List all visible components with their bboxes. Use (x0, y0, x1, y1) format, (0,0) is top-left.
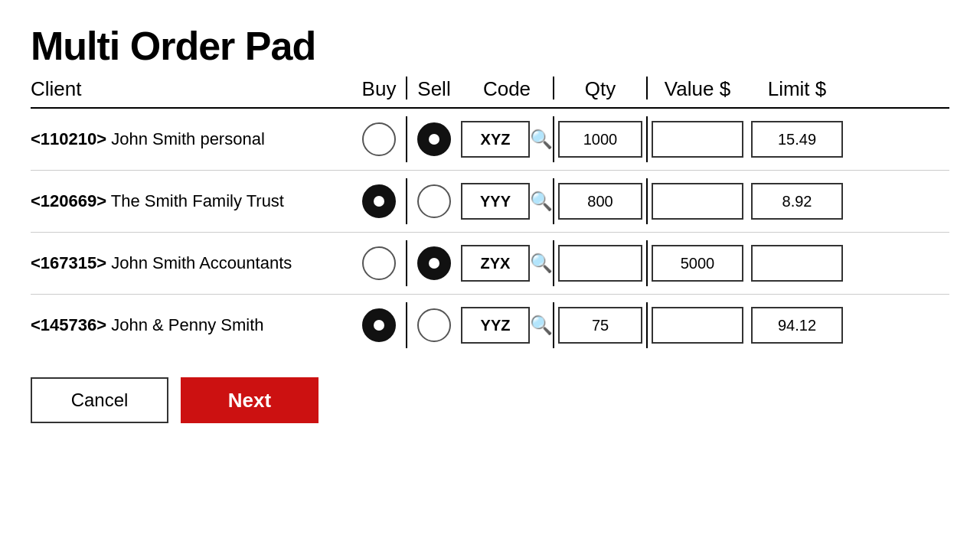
qty-input-1[interactable] (558, 183, 642, 220)
search-icon-cell-3[interactable]: 🔍 (530, 315, 553, 336)
buy-radio-1[interactable] (362, 184, 396, 218)
value-input-2[interactable] (652, 245, 743, 282)
limit-cell-1[interactable] (747, 183, 847, 220)
code-cell-1[interactable] (461, 183, 530, 220)
code-cell-3[interactable] (461, 307, 530, 344)
search-icon-cell-2[interactable]: 🔍 (530, 253, 553, 274)
client-name-3: John & Penny Smith (111, 315, 263, 334)
value-cell-3[interactable] (648, 307, 747, 344)
code-input-0[interactable] (461, 121, 530, 158)
limit-cell-2[interactable] (747, 245, 847, 282)
code-input-3[interactable] (461, 307, 530, 344)
qty-input-3[interactable] (558, 307, 642, 344)
sell-radio-0[interactable] (417, 122, 451, 156)
sell-radio-cell-3[interactable] (407, 308, 461, 342)
sell-radio-3[interactable] (417, 308, 451, 342)
client-name-0: John Smith personal (111, 129, 265, 148)
limit-cell-0[interactable] (747, 121, 847, 158)
qty-cell-1[interactable] (554, 183, 646, 220)
table-header: Client Buy Sell Code Qty Value $ Limit $ (31, 77, 949, 109)
action-buttons: Cancel Next (31, 377, 949, 423)
table-row: <120669> The Smith Family Trust 🔍 (31, 171, 949, 233)
sell-radio-2[interactable] (417, 246, 451, 280)
client-cell-3: <145736> John & Penny Smith (31, 315, 352, 335)
sell-radio-1[interactable] (417, 184, 451, 218)
limit-input-2[interactable] (751, 245, 843, 282)
header-client: Client (31, 77, 352, 101)
client-cell-0: <110210> John Smith personal (31, 129, 352, 149)
qty-cell-3[interactable] (554, 307, 646, 344)
search-icon-0[interactable]: 🔍 (530, 129, 553, 150)
header-limit: Limit $ (747, 77, 847, 101)
limit-input-0[interactable] (751, 121, 843, 158)
limit-input-3[interactable] (751, 307, 843, 344)
client-name-2: John Smith Accountants (111, 253, 292, 272)
code-cell-2[interactable] (461, 245, 530, 282)
table-row: <145736> John & Penny Smith 🔍 (31, 295, 949, 356)
buy-radio-cell-0[interactable] (352, 122, 406, 156)
sell-radio-cell-1[interactable] (407, 184, 461, 218)
buy-radio-cell-2[interactable] (352, 246, 406, 280)
sell-radio-cell-2[interactable] (407, 246, 461, 280)
buy-radio-2[interactable] (362, 246, 396, 280)
search-icon-2[interactable]: 🔍 (530, 253, 553, 274)
search-icon-3[interactable]: 🔍 (530, 315, 553, 336)
client-cell-2: <167315> John Smith Accountants (31, 253, 352, 273)
client-name-1: The Smith Family Trust (111, 191, 284, 210)
value-cell-2[interactable] (648, 245, 747, 282)
order-table: Client Buy Sell Code Qty Value $ Limit $… (31, 77, 949, 356)
buy-radio-0[interactable] (362, 122, 396, 156)
qty-input-2[interactable] (558, 245, 642, 282)
table-row: <167315> John Smith Accountants 🔍 (31, 233, 949, 295)
value-input-1[interactable] (652, 183, 743, 220)
search-icon-cell-0[interactable]: 🔍 (530, 129, 553, 150)
qty-cell-0[interactable] (554, 121, 646, 158)
account-id-3: <145736> (31, 315, 106, 334)
value-input-0[interactable] (652, 121, 743, 158)
account-id-2: <167315> (31, 253, 106, 272)
account-id-1: <120669> (31, 191, 106, 210)
header-qty: Qty (554, 77, 646, 101)
header-code: Code (461, 77, 553, 101)
buy-radio-cell-3[interactable] (352, 308, 406, 342)
cancel-button[interactable]: Cancel (31, 377, 168, 423)
buy-radio-cell-1[interactable] (352, 184, 406, 218)
next-button[interactable]: Next (181, 377, 318, 423)
limit-input-1[interactable] (751, 183, 843, 220)
table-body: <110210> John Smith personal 🔍 (31, 109, 949, 356)
search-icon-1[interactable]: 🔍 (530, 191, 553, 212)
code-input-2[interactable] (461, 245, 530, 282)
header-sell: Sell (407, 77, 461, 101)
code-input-1[interactable] (461, 183, 530, 220)
header-value: Value $ (648, 77, 747, 101)
code-cell-0[interactable] (461, 121, 530, 158)
client-cell-1: <120669> The Smith Family Trust (31, 191, 352, 211)
value-cell-0[interactable] (648, 121, 747, 158)
account-id-0: <110210> (31, 129, 106, 148)
header-buy: Buy (352, 77, 406, 101)
limit-cell-3[interactable] (747, 307, 847, 344)
search-icon-cell-1[interactable]: 🔍 (530, 191, 553, 212)
sell-radio-cell-0[interactable] (407, 122, 461, 156)
table-row: <110210> John Smith personal 🔍 (31, 109, 949, 171)
qty-input-0[interactable] (558, 121, 642, 158)
qty-cell-2[interactable] (554, 245, 646, 282)
value-input-3[interactable] (652, 307, 743, 344)
value-cell-1[interactable] (648, 183, 747, 220)
buy-radio-3[interactable] (362, 308, 396, 342)
page-title: Multi Order Pad (31, 23, 949, 69)
